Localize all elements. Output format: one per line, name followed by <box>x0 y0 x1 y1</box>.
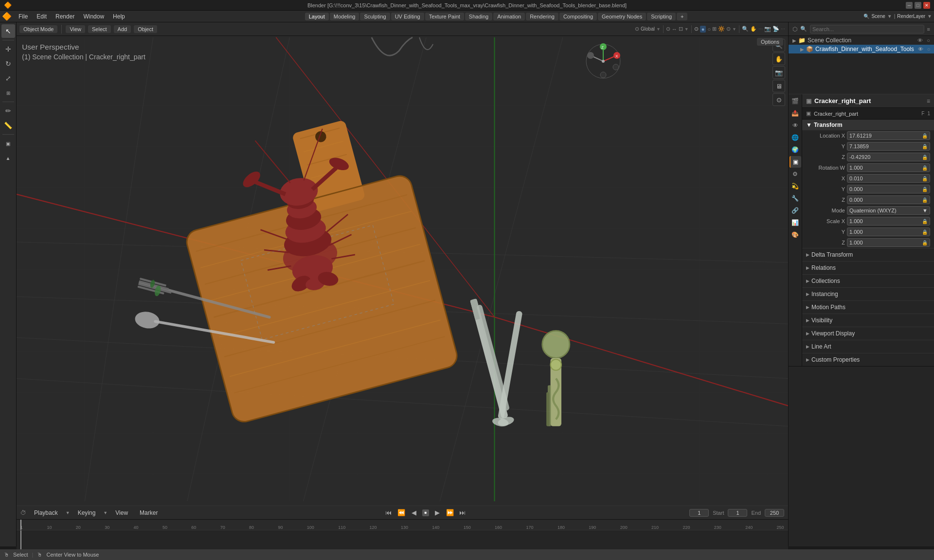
delta-transform-header[interactable]: ▶ Delta Transform <box>802 248 934 261</box>
menu-window[interactable]: Window <box>79 12 108 21</box>
close-button[interactable]: ✕ <box>923 2 930 9</box>
rotation-w-field[interactable]: 1.000 🔒 <box>847 163 930 172</box>
location-x-field[interactable]: 17.61219 🔒 <box>847 131 930 140</box>
location-x-lock[interactable]: 🔒 <box>922 133 928 139</box>
motion-paths-header[interactable]: ▶ Motion Paths <box>802 301 934 314</box>
object-eye-icon[interactable]: 👁 <box>918 46 923 52</box>
scene-props-tab[interactable]: 🌐 <box>790 132 801 143</box>
jump-end-button[interactable]: ⏭ <box>458 508 467 517</box>
particles-props-tab[interactable]: 💫 <box>790 180 801 192</box>
menu-file[interactable]: File <box>15 12 32 21</box>
current-frame-display[interactable]: 1 <box>689 509 709 517</box>
scene-canvas[interactable]: User Perspective (1) Scene Collection | … <box>17 36 788 503</box>
jump-start-button[interactable]: ⏮ <box>384 508 393 517</box>
select-menu-button[interactable]: Select <box>88 25 111 33</box>
menu-render[interactable]: Render <box>52 12 78 21</box>
relations-header[interactable]: ▶ Relations <box>802 262 934 274</box>
navigation-gizmo[interactable]: Z X <box>584 42 623 81</box>
rotation-x-field[interactable]: 0.010 🔒 <box>847 174 930 183</box>
timeline-track-area[interactable] <box>17 530 788 550</box>
scale-z-field[interactable]: 1.000 🔒 <box>847 238 930 247</box>
pan-tool[interactable]: ✋ <box>772 52 785 65</box>
playback-menu[interactable]: Playback <box>30 508 62 517</box>
fake-user-icon[interactable]: F <box>921 111 924 116</box>
modifier-props-tab[interactable]: ⚙ <box>790 168 801 180</box>
ws-tab-rendering[interactable]: Rendering <box>526 13 558 20</box>
view-menu-tl[interactable]: View <box>111 508 132 517</box>
ws-tab-geometry[interactable]: Geometry Nodes <box>598 13 646 20</box>
step-back-button[interactable]: ⏪ <box>397 508 406 517</box>
measure-tool[interactable]: 📏 <box>1 119 15 132</box>
ws-tab-animation[interactable]: Animation <box>493 13 525 20</box>
ws-tab-compositing[interactable]: Compositing <box>559 13 597 20</box>
view-layer-tab[interactable]: 👁 <box>790 120 801 131</box>
scale-z-lock[interactable]: 🔒 <box>922 240 928 245</box>
menu-edit[interactable]: Edit <box>33 12 51 21</box>
ws-tab-sculpting[interactable]: Sculpting <box>360 13 390 20</box>
view-menu-button[interactable]: View <box>66 25 85 33</box>
instancing-header[interactable]: ▶ Instancing <box>802 288 934 300</box>
scale-tool[interactable]: ⤢ <box>1 71 15 85</box>
marker-menu[interactable]: Marker <box>136 508 162 517</box>
outliner-filter-icon[interactable]: ≡ <box>927 26 930 32</box>
props-menu-icon[interactable]: ≡ <box>927 98 930 105</box>
cursor-tool[interactable]: ↖ <box>1 24 15 38</box>
ws-tab-uv[interactable]: UV Editing <box>391 13 424 20</box>
output-props-tab[interactable]: 📤 <box>790 107 801 119</box>
options-button[interactable]: Options <box>757 38 783 46</box>
custom-properties-header[interactable]: ▶ Custom Properties <box>802 353 934 366</box>
keying-menu[interactable]: Keying <box>74 508 100 517</box>
menu-help[interactable]: Help <box>109 12 129 21</box>
maximize-button[interactable]: □ <box>915 2 921 9</box>
end-frame-display[interactable]: 250 <box>765 509 784 517</box>
annotate-tool[interactable]: ✏ <box>1 104 15 118</box>
location-y-lock[interactable]: 🔒 <box>922 144 928 149</box>
add-cone-tool[interactable]: ▲ <box>1 151 15 165</box>
rotation-z-lock[interactable]: 🔒 <box>922 197 928 203</box>
rotate-tool[interactable]: ↻ <box>1 57 15 70</box>
rotation-y-lock[interactable]: 🔒 <box>922 187 928 192</box>
scale-y-field[interactable]: 1.000 🔒 <box>847 228 930 236</box>
ws-tab-add[interactable]: + <box>677 13 687 20</box>
move-tool[interactable]: ✛ <box>1 42 15 56</box>
restrict-icon[interactable]: ○ <box>927 37 930 43</box>
rotation-x-lock[interactable]: 🔒 <box>922 176 928 181</box>
transform-section-header[interactable]: ▼ Transform <box>802 120 934 130</box>
camera-tool[interactable]: 📷 <box>772 66 785 79</box>
scale-y-lock[interactable]: 🔒 <box>922 229 928 235</box>
viewport-display-header[interactable]: ▶ Viewport Display <box>802 327 934 340</box>
eye-icon[interactable]: 👁 <box>917 37 923 43</box>
ws-tab-layout[interactable]: Layout <box>305 13 329 20</box>
material-props-tab[interactable]: 🎨 <box>790 229 801 241</box>
rotation-w-lock[interactable]: 🔒 <box>922 165 928 171</box>
visibility-header[interactable]: ▶ Visibility <box>802 314 934 327</box>
scale-x-field[interactable]: 1.000 🔒 <box>847 217 930 226</box>
world-props-tab[interactable]: 🌍 <box>790 144 801 156</box>
scene-collection-item[interactable]: ▶ 📁 Scene Collection 👁 ○ <box>789 36 934 45</box>
scale-x-lock[interactable]: 🔒 <box>922 219 928 224</box>
rotation-z-field[interactable]: 0.000 🔒 <box>847 195 930 204</box>
location-z-field[interactable]: -0.42920 🔒 <box>847 153 930 161</box>
object-mode-button[interactable]: Object Mode <box>19 25 57 33</box>
gizmo-tool[interactable]: ⊙ <box>772 93 785 106</box>
ws-tab-scripting[interactable]: Scripting <box>647 13 676 20</box>
display-tool[interactable]: 🖥 <box>772 80 785 92</box>
viewport[interactable]: Object Mode View Select Add Object ⊙ Glo… <box>17 22 788 546</box>
play-button[interactable]: ▶ <box>433 508 442 517</box>
stop-button[interactable]: ■ <box>422 509 429 516</box>
step-forward-button[interactable]: ⏩ <box>446 508 454 517</box>
rotation-y-field[interactable]: 0.000 🔒 <box>847 185 930 193</box>
add-cube-tool[interactable]: ▣ <box>1 137 15 150</box>
location-z-lock[interactable]: 🔒 <box>922 155 928 160</box>
object-props-tab[interactable]: ▣ <box>790 156 801 168</box>
ws-tab-modeling[interactable]: Modeling <box>330 13 359 20</box>
render-props-tab[interactable]: 🎬 <box>790 95 801 107</box>
rotation-mode-dropdown[interactable]: Quaternion (WXYZ) ▼ <box>847 206 930 215</box>
data-props-tab[interactable]: 📊 <box>790 217 801 228</box>
start-frame-display[interactable]: 1 <box>728 509 747 517</box>
collections-header[interactable]: ▶ Collections <box>802 275 934 287</box>
object-menu-button[interactable]: Object <box>134 25 157 33</box>
constraints-props-tab[interactable]: 🔗 <box>790 205 801 216</box>
minimize-button[interactable]: ─ <box>906 2 913 9</box>
object-restrict-icon[interactable]: ○ <box>927 46 931 52</box>
